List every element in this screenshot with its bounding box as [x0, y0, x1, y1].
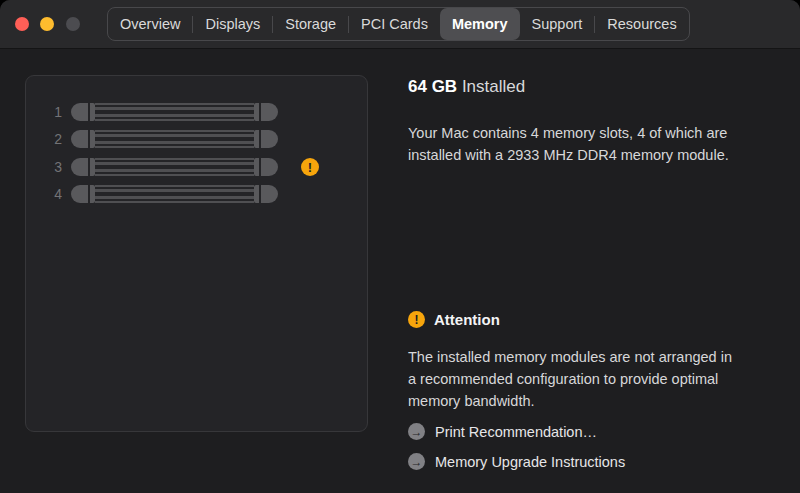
arrow-right-icon: →	[408, 453, 425, 470]
slot-number: 1	[46, 104, 62, 120]
memory-upgrade-instructions-link[interactable]: → Memory Upgrade Instructions	[408, 453, 625, 470]
slot-number: 4	[46, 186, 62, 202]
close-button[interactable]	[15, 17, 29, 31]
dimm-body	[95, 158, 254, 176]
minimize-button[interactable]	[40, 17, 54, 31]
attention-icon: !	[408, 311, 425, 328]
dimm-left-clip	[71, 185, 95, 203]
tab-pci-cards[interactable]: PCI Cards	[349, 8, 440, 40]
installed-memory-heading: 64 GB Installed	[408, 78, 525, 96]
tab-storage[interactable]: Storage	[273, 8, 348, 40]
memory-module-graphic	[71, 103, 278, 121]
memory-module-graphic	[71, 130, 278, 148]
print-recommendation-link[interactable]: → Print Recommendation…	[408, 423, 597, 440]
slot-number: 2	[46, 131, 62, 147]
memory-description: Your Mac contains 4 memory slots, 4 of w…	[408, 122, 780, 166]
memory-module-graphic	[71, 158, 278, 176]
dimm-right-clip	[254, 185, 278, 203]
attention-description: The installed memory modules are not arr…	[408, 346, 780, 412]
slot3-attention-icon: !	[301, 158, 319, 176]
memory-pane: 1 2 3	[0, 49, 800, 492]
dimm-right-clip	[254, 103, 278, 121]
attention-header: ! Attention	[408, 311, 500, 328]
dimm-body	[95, 185, 254, 203]
tab-resources[interactable]: Resources	[595, 8, 688, 40]
dimm-left-clip	[71, 103, 95, 121]
memory-slot-row: 4	[46, 185, 278, 203]
dimm-left-clip	[71, 158, 95, 176]
installed-size: 64 GB	[408, 77, 457, 96]
link-label: Memory Upgrade Instructions	[435, 454, 625, 470]
arrow-right-icon: →	[408, 423, 425, 440]
memory-module-graphic	[71, 185, 278, 203]
dimm-body	[95, 130, 254, 148]
tab-memory[interactable]: Memory	[440, 8, 520, 40]
zoom-button[interactable]	[66, 17, 80, 31]
dimm-body	[95, 103, 254, 121]
memory-slot-row: 3	[46, 158, 278, 176]
dimm-right-clip	[254, 158, 278, 176]
dimm-right-clip	[254, 130, 278, 148]
link-label: Print Recommendation…	[435, 424, 597, 440]
section-tab-bar: Overview Displays Storage PCI Cards Memo…	[107, 7, 690, 41]
installed-label: Installed	[462, 77, 525, 96]
slot-number: 3	[46, 159, 62, 175]
memory-slot-row: 1	[46, 103, 278, 121]
dimm-left-clip	[71, 130, 95, 148]
memory-slots-diagram: 1 2 3	[25, 75, 368, 432]
attention-title: Attention	[434, 311, 500, 328]
system-info-window: Overview Displays Storage PCI Cards Memo…	[0, 0, 800, 493]
memory-slot-row: 2	[46, 130, 278, 148]
titlebar: Overview Displays Storage PCI Cards Memo…	[0, 0, 800, 49]
tab-overview[interactable]: Overview	[108, 8, 192, 40]
tab-support[interactable]: Support	[520, 8, 595, 40]
tab-displays[interactable]: Displays	[193, 8, 272, 40]
